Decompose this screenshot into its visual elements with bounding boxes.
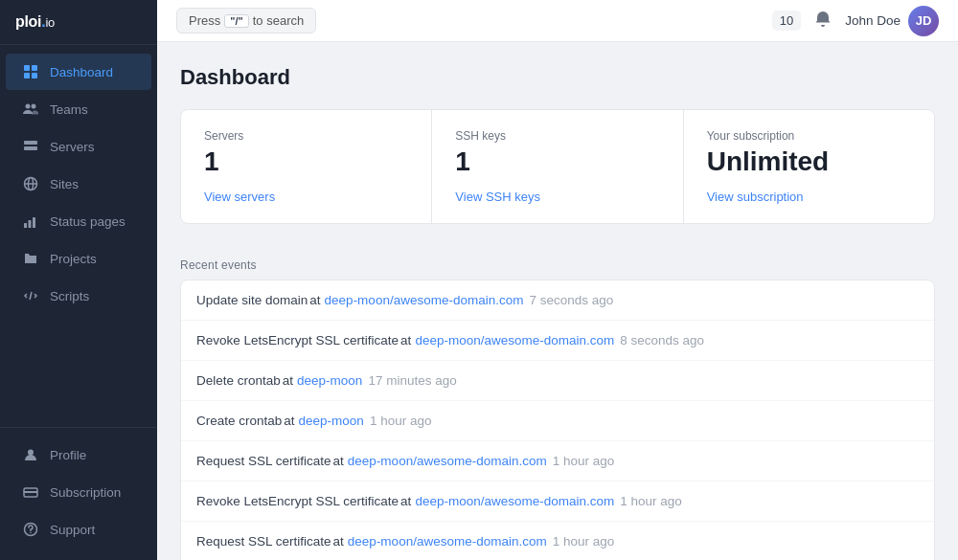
svg-rect-2 [24, 73, 30, 78]
sidebar-item-servers-label: Servers [50, 140, 95, 154]
sidebar-item-scripts[interactable]: Scripts [6, 278, 151, 314]
sidebar-logo: ploi.io [0, 0, 157, 45]
page-content: Dashboard Servers 1 View servers SSH key… [157, 42, 958, 560]
event-domain: deep-moon [297, 373, 362, 388]
svg-rect-15 [33, 217, 35, 228]
event-time: 17 minutes ago [368, 373, 456, 388]
event-row: Revoke LetsEncrypt SSL certificate at de… [181, 321, 934, 361]
scripts-icon [21, 286, 40, 305]
sidebar-item-support-label: Support [50, 523, 95, 537]
svg-point-4 [26, 104, 31, 109]
user-name: John Doe [845, 13, 901, 28]
search-hint-to: to search [253, 13, 304, 28]
bell-icon[interactable] [814, 11, 832, 32]
sidebar-item-sites-label: Sites [50, 177, 79, 191]
stats-row: Servers 1 View servers SSH keys 1 View S… [180, 109, 935, 224]
sidebar-item-scripts-label: Scripts [50, 289, 89, 303]
event-preposition: at [400, 333, 411, 347]
stat-label-ssh: SSH keys [455, 129, 659, 143]
search-hint-press: Press [189, 13, 220, 28]
sidebar-item-status-pages[interactable]: Status pages [6, 203, 151, 239]
event-preposition: at [400, 494, 411, 508]
event-domain: deep-moon/awesome-domain.com [348, 534, 547, 549]
teams-icon [21, 100, 40, 119]
svg-point-5 [32, 104, 36, 109]
notification-count[interactable]: 10 [772, 11, 801, 31]
event-row: Create crontab at deep-moon 1 hour ago [181, 401, 934, 441]
svg-rect-14 [29, 220, 32, 228]
sidebar: ploi.io Dashboard Teams Servers Sites [0, 0, 157, 560]
profile-icon [21, 445, 40, 464]
sidebar-item-teams-label: Teams [50, 102, 88, 117]
sidebar-item-teams[interactable]: Teams [6, 91, 151, 127]
event-preposition: at [333, 454, 344, 468]
event-domain: deep-moon/awesome-domain.com [348, 454, 547, 468]
event-time: 8 seconds ago [620, 333, 704, 347]
stat-value-subscription: Unlimited [707, 146, 911, 177]
event-action: Request SSL certificate [196, 534, 331, 549]
svg-rect-13 [24, 223, 27, 228]
sidebar-navigation: Dashboard Teams Servers Sites Status pag… [0, 45, 157, 427]
logo-name: ploi [15, 13, 41, 30]
sites-icon [21, 174, 40, 193]
logo-text: ploi.io [15, 13, 55, 31]
event-row: Request SSL certificate at deep-moon/awe… [181, 441, 934, 482]
projects-icon [21, 249, 40, 268]
event-action: Request SSL certificate [196, 454, 331, 468]
sidebar-item-status-pages-label: Status pages [50, 214, 125, 229]
event-time: 1 hour ago [620, 494, 682, 508]
events-list: Update site domain at deep-moon/awesome-… [180, 280, 935, 560]
view-servers-link[interactable]: View servers [204, 190, 275, 204]
svg-rect-1 [32, 65, 37, 71]
event-time: 1 hour ago [553, 534, 615, 549]
stat-card-ssh: SSH keys 1 View SSH keys [432, 110, 683, 223]
sidebar-item-support[interactable]: Support [6, 511, 151, 548]
topbar-right: 10 John Doe JD [772, 6, 939, 36]
sidebar-item-subscription-label: Subscription [50, 485, 121, 500]
sidebar-item-sites[interactable]: Sites [6, 166, 151, 202]
main-content: Press "/" to search 10 John Doe JD Dashb… [157, 0, 958, 560]
servers-icon [21, 137, 40, 156]
svg-rect-0 [24, 65, 30, 71]
search-hint[interactable]: Press "/" to search [176, 8, 316, 34]
sidebar-item-profile-label: Profile [50, 448, 86, 462]
svg-point-8 [34, 142, 36, 144]
page-title: Dashboard [180, 65, 935, 90]
event-action: Create crontab [196, 414, 282, 428]
event-row: Delete crontab at deep-moon 17 minutes a… [181, 361, 934, 401]
svg-rect-19 [24, 491, 37, 493]
view-ssh-keys-link[interactable]: View SSH keys [455, 190, 540, 204]
dashboard-icon [21, 62, 40, 81]
event-action: Revoke LetsEncrypt SSL certificate [196, 494, 399, 508]
event-action: Delete crontab [196, 373, 281, 388]
svg-point-17 [28, 450, 34, 456]
event-row: Update site domain at deep-moon/awesome-… [181, 280, 934, 321]
sidebar-item-projects-label: Projects [50, 252, 97, 266]
search-hint-slash: "/" [224, 14, 249, 28]
view-subscription-link[interactable]: View subscription [707, 190, 804, 204]
stat-value-servers: 1 [204, 146, 408, 177]
event-preposition: at [309, 293, 320, 307]
event-domain: deep-moon/awesome-domain.com [415, 333, 614, 347]
svg-point-9 [34, 147, 36, 149]
stat-label-servers: Servers [204, 129, 408, 143]
event-time: 7 seconds ago [529, 293, 613, 307]
sidebar-item-dashboard-label: Dashboard [50, 65, 113, 79]
stat-value-ssh: 1 [455, 146, 659, 177]
sidebar-item-dashboard[interactable]: Dashboard [6, 54, 151, 90]
svg-point-21 [30, 532, 32, 534]
status-pages-icon [21, 212, 40, 231]
sidebar-item-subscription[interactable]: Subscription [6, 474, 151, 510]
user-info[interactable]: John Doe JD [845, 6, 939, 36]
event-preposition: at [283, 373, 293, 388]
event-preposition: at [284, 414, 294, 428]
event-preposition: at [333, 534, 344, 549]
sidebar-item-profile[interactable]: Profile [6, 437, 151, 473]
support-icon [21, 520, 40, 539]
sidebar-item-servers[interactable]: Servers [6, 128, 151, 165]
event-domain: deep-moon/awesome-domain.com [325, 293, 524, 307]
event-action: Revoke LetsEncrypt SSL certificate [196, 333, 399, 347]
sidebar-item-projects[interactable]: Projects [6, 240, 151, 277]
subscription-icon [21, 482, 40, 502]
stat-card-subscription: Your subscription Unlimited View subscri… [684, 110, 934, 223]
